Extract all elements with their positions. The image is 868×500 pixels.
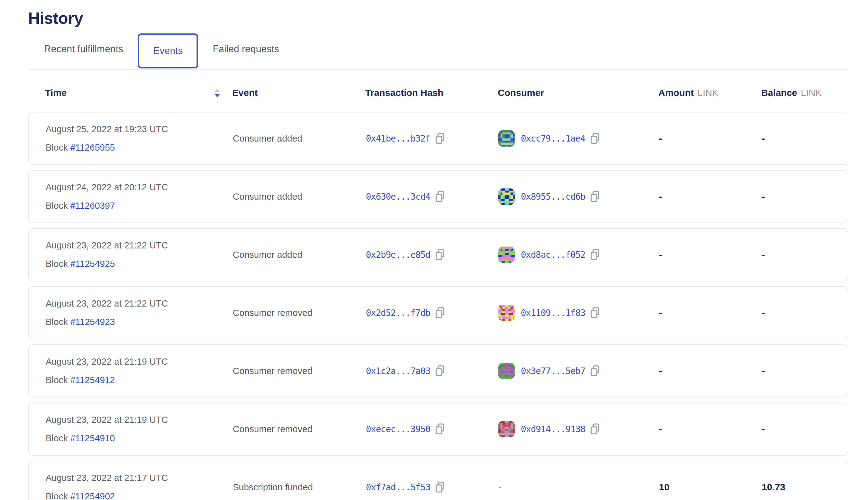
block-number-link[interactable]: #11254912: [70, 375, 115, 385]
event-cell: Subscription funded: [233, 482, 366, 492]
consumer-identicon: [498, 189, 515, 205]
row-date: August 23, 2022 at 21:22 UTC: [46, 298, 233, 309]
copy-icon[interactable]: [435, 249, 445, 260]
event-cell: Consumer removed: [233, 424, 366, 434]
row-block: Block #11254912: [46, 375, 233, 385]
amount-cell: -: [659, 307, 762, 318]
block-number-link[interactable]: #11254923: [70, 317, 115, 327]
row-date: August 23, 2022 at 21:19 UTC: [46, 415, 233, 425]
balance-value: -: [762, 307, 765, 318]
consumer-address-link[interactable]: 0xd914...9138: [521, 424, 585, 434]
amount-value: -: [659, 249, 662, 260]
balance-unit-label: LINK: [801, 88, 822, 98]
transaction-hash-cell: 0x630e...3cd4: [366, 191, 498, 202]
column-header-time[interactable]: Time: [45, 88, 232, 98]
balance-cell: 10.73: [762, 482, 848, 492]
transaction-hash-link[interactable]: 0x1c2a...7a03: [366, 366, 430, 376]
event-type: Consumer added: [233, 250, 302, 260]
consumer-address-link[interactable]: 0xd8ac...f052: [521, 250, 585, 260]
copy-icon[interactable]: [435, 191, 445, 202]
column-header-event: Event: [232, 88, 365, 98]
consumer-cell: 0xd8ac...f052: [498, 247, 659, 263]
copy-icon[interactable]: [435, 307, 445, 318]
transaction-hash-link[interactable]: 0x630e...3cd4: [366, 192, 430, 202]
amount-cell: -: [659, 366, 762, 376]
amount-cell: -: [659, 133, 762, 144]
event-cell: Consumer added: [233, 250, 366, 260]
consumer-identicon: [498, 305, 515, 321]
row-date: August 24, 2022 at 20:12 UTC: [46, 182, 233, 193]
copy-icon[interactable]: [435, 365, 445, 377]
column-header-transaction-hash: Transaction Hash: [365, 88, 498, 98]
table-row: August 23, 2022 at 21:19 UTC Block #1125…: [28, 344, 848, 398]
sort-up-arrow-icon: [214, 89, 220, 92]
row-block: Block #11254910: [46, 433, 233, 443]
copy-icon[interactable]: [590, 191, 599, 202]
copy-icon[interactable]: [590, 133, 599, 144]
tab-failed-requests[interactable]: Failed requests: [213, 43, 279, 55]
sort-down-arrow-icon: [214, 94, 220, 97]
amount-cell: -: [659, 191, 762, 202]
block-number-link[interactable]: #11265955: [70, 143, 115, 152]
row-date: August 25, 2022 at 19:23 UTC: [46, 124, 233, 134]
time-cell: August 25, 2022 at 19:23 UTC Block #1126…: [46, 124, 233, 153]
page-title: History: [28, 9, 848, 27]
balance-value: -: [762, 133, 765, 144]
balance-cell: -: [762, 424, 848, 434]
transaction-hash-cell: 0xf7ad...5f53: [366, 481, 498, 493]
consumer-address-link[interactable]: 0xcc79...1ae4: [521, 134, 585, 144]
copy-icon[interactable]: [435, 423, 445, 435]
tab-recent-fulfillments[interactable]: Recent fulfillments: [44, 43, 123, 55]
amount-value: 10: [659, 482, 669, 492]
row-date: August 23, 2022 at 21:19 UTC: [46, 356, 233, 367]
consumer-cell: 0x3e77...5eb7: [498, 363, 659, 379]
row-date: August 23, 2022 at 21:17 UTC: [46, 473, 233, 483]
block-number-link[interactable]: #11254910: [70, 433, 115, 443]
consumer-address-link[interactable]: 0x3e77...5eb7: [521, 366, 585, 376]
consumer-identicon: [498, 421, 515, 437]
block-number-link[interactable]: #11254902: [70, 491, 115, 500]
transaction-hash-cell: 0xecec...3950: [366, 423, 498, 435]
row-block: Block #11265955: [46, 143, 233, 153]
balance-cell: -: [762, 366, 848, 376]
block-number-link[interactable]: #11254925: [70, 259, 115, 269]
block-label: Block: [46, 491, 70, 500]
copy-icon[interactable]: [590, 307, 599, 318]
transaction-hash-link[interactable]: 0x2d52...f7db: [366, 308, 430, 318]
time-cell: August 23, 2022 at 21:17 UTC Block #1125…: [46, 473, 233, 500]
consumer-placeholder: -: [498, 482, 502, 492]
consumer-cell: 0x1109...1f83: [498, 305, 659, 321]
block-number-link[interactable]: #11260397: [70, 201, 115, 211]
consumer-cell: 0xcc79...1ae4: [498, 130, 659, 147]
transaction-hash-link[interactable]: 0xf7ad...5f53: [366, 482, 430, 492]
balance-value: -: [762, 424, 765, 434]
balance-cell: -: [762, 249, 848, 260]
copy-icon[interactable]: [590, 365, 599, 377]
table-row: August 23, 2022 at 21:22 UTC Block #1125…: [28, 286, 848, 339]
tab-events[interactable]: Events: [138, 33, 198, 68]
event-cell: Consumer removed: [233, 366, 366, 376]
consumer-address-link[interactable]: 0x1109...1f83: [521, 308, 585, 318]
block-label: Block: [46, 375, 70, 385]
copy-icon[interactable]: [590, 423, 599, 435]
transaction-hash-link[interactable]: 0xecec...3950: [366, 424, 430, 434]
consumer-address-link[interactable]: 0x8955...cd6b: [521, 192, 585, 202]
history-page: History Recent fulfillments Events Faile…: [0, 0, 868, 500]
sort-icon[interactable]: [214, 89, 220, 97]
block-label: Block: [46, 433, 70, 443]
transaction-hash-link[interactable]: 0x2b9e...e85d: [366, 250, 430, 260]
block-label: Block: [46, 201, 70, 211]
time-cell: August 24, 2022 at 20:12 UTC Block #1126…: [46, 182, 233, 211]
event-type: Consumer added: [233, 134, 302, 144]
transaction-hash-link[interactable]: 0x41be...b32f: [366, 134, 430, 144]
balance-cell: -: [762, 191, 848, 202]
copy-icon[interactable]: [435, 481, 445, 493]
table-row: August 23, 2022 at 21:17 UTC Block #1125…: [28, 461, 848, 500]
copy-icon[interactable]: [435, 133, 445, 144]
time-cell: August 23, 2022 at 21:22 UTC Block #1125…: [46, 298, 233, 327]
balance-value: -: [762, 249, 765, 260]
copy-icon[interactable]: [590, 249, 599, 260]
amount-value: -: [659, 133, 662, 144]
time-cell: August 23, 2022 at 21:19 UTC Block #1125…: [46, 356, 233, 385]
event-cell: Consumer added: [233, 192, 366, 202]
